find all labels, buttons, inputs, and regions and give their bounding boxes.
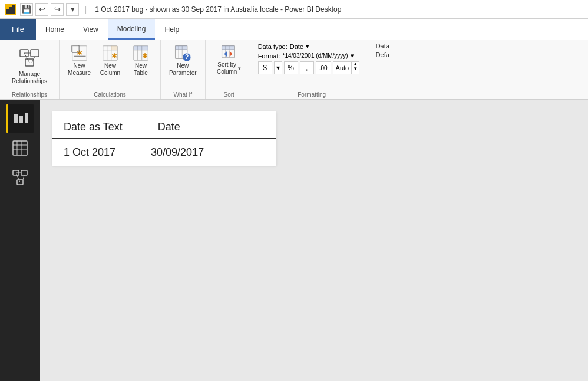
- format-row: Format: *14/03/2001 (d/MM/yyyy) ▾: [258, 52, 366, 60]
- data-type-label: Data type:: [258, 43, 288, 50]
- format-buttons-row: $ ▾ % , .00 Auto ▲ ▼: [258, 61, 366, 74]
- svg-rect-41: [19, 116, 23, 123]
- new-table-button[interactable]: ✱ NewTable: [126, 42, 156, 79]
- calculations-group-label: Calculations: [64, 90, 156, 98]
- new-measure-label: NewMeasure: [68, 63, 91, 77]
- new-column-button[interactable]: ✱ NewColumn: [95, 42, 125, 79]
- sort-by-column-icon: [221, 45, 237, 61]
- new-measure-button[interactable]: ✱ NewMeasure: [64, 42, 94, 79]
- svg-rect-30: [176, 46, 187, 50]
- undo-button[interactable]: ↩: [35, 3, 48, 16]
- save-button[interactable]: 💾: [20, 3, 33, 16]
- sort-by-column-button[interactable]: Sort byColumn ▾: [210, 42, 248, 78]
- format-value: *14/03/2001 (d/MM/yyyy): [283, 52, 348, 59]
- home-partial-row1: Data: [376, 42, 414, 50]
- svg-marker-38: [229, 51, 232, 57]
- title-separator: |: [85, 5, 87, 14]
- svg-rect-2: [9, 7, 12, 14]
- title-bar-controls: 💾 ↩ ↪ ▾: [20, 3, 79, 16]
- app-body: Date as Text Date 1 Oct 2017 30/09/2017: [0, 100, 588, 381]
- auto-spinner: Auto ▲ ▼: [333, 61, 360, 74]
- sidebar-data-icon[interactable]: [6, 134, 34, 162]
- comma-button[interactable]: ,: [300, 61, 314, 74]
- new-column-label: NewColumn: [100, 63, 120, 77]
- menu-home[interactable]: Home: [36, 19, 74, 40]
- formatting-options: Data type: Date ▾ Format: *14/03/2001 (d…: [258, 42, 366, 90]
- svg-text:✱: ✱: [111, 52, 117, 60]
- menu-file[interactable]: File: [0, 19, 36, 40]
- app-icon: [5, 4, 16, 15]
- format-buttons: $ ▾ % , .00 Auto ▲ ▼: [258, 61, 359, 74]
- new-table-icon: ✱: [133, 45, 149, 61]
- sort-by-column-label: Sort byColumn: [217, 61, 237, 75]
- new-parameter-button[interactable]: ? NewParameter: [166, 42, 200, 79]
- ribbon-group-calculations: ✱ NewMeasure ✱: [60, 40, 161, 99]
- sort-dropdown-arrow: ▾: [238, 65, 241, 71]
- svg-line-53: [23, 175, 24, 180]
- format-dropdown[interactable]: ▾: [351, 52, 354, 60]
- new-measure-icon: ✱: [71, 45, 88, 61]
- ribbon-group-relationships: ManageRelationships Relationships: [0, 40, 60, 99]
- cell-date: 30/09/2017: [151, 146, 204, 159]
- sort-label-row: Sort byColumn ▾: [217, 61, 241, 75]
- data-type-row: Data type: Date ▾: [258, 42, 366, 50]
- svg-rect-40: [14, 114, 18, 123]
- auto-label: Auto: [333, 64, 352, 71]
- table-header-row: Date as Text Date: [52, 111, 276, 139]
- menu-view[interactable]: View: [74, 19, 108, 40]
- menu-bar: File Home View Modeling Help: [0, 19, 588, 40]
- svg-rect-49: [21, 170, 27, 175]
- svg-rect-1: [6, 9, 9, 14]
- dollar-button[interactable]: $: [258, 61, 272, 74]
- new-column-icon: ✱: [102, 45, 118, 61]
- table-data-row: 1 Oct 2017 30/09/2017: [52, 139, 276, 166]
- dollar-dropdown[interactable]: ▾: [274, 61, 282, 74]
- svg-rect-24: [134, 46, 148, 50]
- svg-rect-3: [12, 5, 15, 14]
- sidebar-model-icon[interactable]: [6, 163, 34, 192]
- manage-relationships-label: ManageRelationships: [12, 71, 47, 85]
- svg-text:?: ?: [185, 53, 189, 60]
- main-content: Date as Text Date 1 Oct 2017 30/09/2017: [40, 100, 588, 381]
- new-parameter-icon: ?: [174, 45, 191, 61]
- menu-help[interactable]: Help: [155, 19, 189, 40]
- data-type-dropdown[interactable]: ▾: [306, 42, 309, 50]
- manage-relationships-icon: [19, 47, 40, 68]
- cell-date-as-text: 1 Oct 2017: [64, 146, 115, 159]
- svg-line-52: [16, 173, 20, 182]
- decimal-button[interactable]: .00: [316, 61, 331, 74]
- new-table-label: NewTable: [134, 63, 148, 77]
- title-bar: 💾 ↩ ↪ ▾ | 1 Oct 2017 bug - shown as 30 S…: [0, 0, 588, 19]
- new-parameter-label: NewParameter: [169, 63, 197, 77]
- svg-rect-42: [25, 113, 28, 123]
- spinner-controls[interactable]: ▲ ▼: [351, 62, 359, 74]
- sidebar-report-icon[interactable]: [6, 104, 34, 133]
- whatif-group-label: What If: [166, 90, 200, 98]
- menu-modeling[interactable]: Modeling: [108, 19, 156, 40]
- format-label: Format:: [258, 52, 280, 60]
- relationships-group-label: Relationships: [5, 90, 54, 98]
- data-table-card: Date as Text Date 1 Oct 2017 30/09/2017: [52, 111, 276, 166]
- ribbon-group-formatting: Data type: Date ▾ Format: *14/03/2001 (d…: [253, 40, 371, 99]
- spinner-down[interactable]: ▼: [352, 67, 359, 71]
- formatting-group-label: Formatting: [258, 90, 366, 98]
- sort-group-label: Sort: [210, 90, 248, 98]
- home-partial-row2: Defa: [376, 51, 414, 58]
- percent-button[interactable]: %: [284, 61, 298, 74]
- svg-rect-19: [111, 46, 118, 50]
- col-header-date: Date: [158, 121, 180, 133]
- quick-access-dropdown[interactable]: ▾: [66, 3, 79, 16]
- col-header-date-as-text: Date as Text: [64, 121, 123, 133]
- ribbon: ManageRelationships Relationships ✱ NewM…: [0, 40, 588, 100]
- ribbon-group-whatif: ? NewParameter What If: [161, 40, 206, 99]
- sidebar: [0, 100, 40, 381]
- svg-rect-43: [13, 141, 27, 155]
- svg-text:✱: ✱: [142, 52, 148, 60]
- window-title: 1 Oct 2017 bug - shown as 30 Sep 2017 in…: [95, 5, 341, 14]
- redo-button[interactable]: ↪: [51, 3, 64, 16]
- manage-relationships-button[interactable]: ManageRelationships: [5, 42, 54, 90]
- data-type-value: Date: [290, 43, 303, 50]
- svg-rect-5: [31, 50, 39, 57]
- svg-rect-37: [222, 46, 234, 50]
- ribbon-home-partial: Data Defa: [371, 40, 418, 99]
